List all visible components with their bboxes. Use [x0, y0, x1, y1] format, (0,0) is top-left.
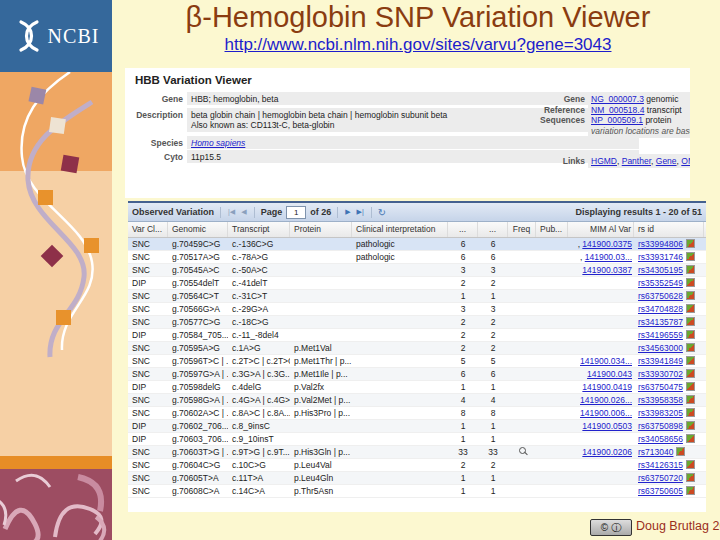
link-omim[interactable]: OMIM — [681, 156, 690, 166]
cell-rs[interactable]: rs33930702 — [634, 368, 704, 380]
table-row[interactable]: SNCg.70566G>Ac.-29G>A33rs34704828 — [128, 303, 706, 316]
page-input[interactable]: 1 — [286, 206, 306, 219]
table-row[interactable]: SNCg.70608C>Ac.14C>Ap.Thr5Asn11rs6375060… — [128, 485, 706, 498]
table-row[interactable]: SNCg.70564C>Tc.-31C>T11rs63750628 — [128, 290, 706, 303]
column-header[interactable]: Genomic — [168, 222, 228, 237]
transcript-accession-link[interactable]: NM_000518.4 — [591, 105, 644, 115]
cell-rs[interactable]: rs63750898 — [634, 420, 704, 432]
table-row[interactable]: SNCg.70605T>Ac.11T>Ap.Leu4Gln11rs6375072… — [128, 472, 706, 485]
cell-rs[interactable]: rs34135787 — [634, 316, 704, 328]
linkout-icon[interactable] — [686, 317, 695, 326]
table-row[interactable]: SNCg.70603T>G | ...c.9T>G | c.9T...p.His… — [128, 446, 706, 459]
cell-rs[interactable]: rs35352549 — [634, 277, 704, 289]
page-url-link[interactable]: http://www.ncbi.nlm.nih.gov/sites/varvu?… — [118, 34, 718, 56]
linkout-icon[interactable] — [686, 473, 695, 482]
cell-mim[interactable]: 141900.006... — [568, 407, 634, 419]
protein-accession-link[interactable]: NP_000509.1 — [591, 115, 643, 125]
linkout-icon[interactable] — [686, 304, 695, 313]
linkout-icon[interactable] — [676, 447, 685, 456]
linkout-icon[interactable] — [686, 252, 695, 261]
table-row[interactable]: SNCg.70595A>Gc.1A>Gp.Met1Val22rs34563000 — [128, 342, 706, 355]
cell-mim[interactable]: 141900.043 — [568, 368, 634, 380]
first-page-icon[interactable]: |◀ — [227, 208, 236, 216]
column-header[interactable]: rs id — [634, 222, 704, 237]
cell-rs[interactable]: rs34563000 — [634, 342, 704, 354]
linkout-icon[interactable] — [686, 343, 695, 352]
cell-rs[interactable]: rs33958358 — [634, 394, 704, 406]
column-header[interactable]: Freq — [508, 222, 536, 237]
cell-mim[interactable]: , 141900.0375 — [568, 238, 634, 250]
linkout-icon[interactable] — [686, 369, 695, 378]
genomic-accession-link[interactable]: NG_000007.3 — [591, 94, 644, 104]
table-row[interactable]: DIPg.70602_706...c.8_9insC11141900.0503r… — [128, 420, 706, 433]
cell-rs[interactable]: rs63750628 — [634, 290, 704, 302]
cell-rs[interactable]: rs34126315 — [634, 459, 704, 471]
linkout-icon[interactable] — [686, 434, 695, 443]
cell-rs[interactable]: rs33941849 — [634, 355, 704, 367]
table-row[interactable]: SNCg.70596T>C | ...c.2T>C | c.2T>Gp.Met1… — [128, 355, 706, 368]
linkout-icon[interactable] — [686, 408, 695, 417]
table-row[interactable]: DIPg.70603_706...c.9_10insT11rs34058656 — [128, 433, 706, 446]
refresh-icon[interactable]: ↻ — [378, 207, 386, 218]
cell-rs[interactable]: rs34305195 — [634, 264, 704, 276]
link-hgmd[interactable]: HGMD — [591, 156, 617, 166]
link-panther[interactable]: Panther — [622, 156, 651, 166]
magnifier-icon[interactable] — [519, 447, 526, 454]
cell-rs[interactable]: rs33983205 — [634, 407, 704, 419]
cell-rs[interactable]: rs34704828 — [634, 303, 704, 315]
prev-page-icon[interactable]: ◀ — [240, 208, 247, 216]
cell-rs[interactable]: rs63750605 — [634, 485, 704, 497]
table-row[interactable]: SNCg.70597G>A | ...c.3G>A | c.3G...p.Met… — [128, 368, 706, 381]
linkout-icon[interactable] — [686, 486, 695, 495]
table-row[interactable]: DIPg.70554delTc.-41delT22rs35352549 — [128, 277, 706, 290]
cell-rs[interactable]: rs713040 — [634, 446, 704, 458]
cell-mim[interactable]: 141900.026... — [568, 394, 634, 406]
cell-rs[interactable]: rs63750475 — [634, 381, 704, 393]
cell-rs[interactable]: rs34058656 — [634, 433, 704, 445]
table-row[interactable]: SNCg.70604C>Gc.10C>Gp.Leu4Val22rs3412631… — [128, 459, 706, 472]
cell-clin — [352, 355, 448, 367]
species-link[interactable]: Homo sapiens — [191, 138, 245, 148]
table-row[interactable]: SNCg.70577C>Gc.-18C>G22rs34135787 — [128, 316, 706, 329]
linkout-icon[interactable] — [686, 291, 695, 300]
table-row[interactable]: SNCg.70459C>Gc.-136C>Gpathologic66, 1419… — [128, 238, 706, 251]
linkout-icon[interactable] — [686, 239, 695, 248]
linkout-icon[interactable] — [686, 278, 695, 287]
gene-label: Gene — [125, 94, 183, 104]
table-row[interactable]: SNCg.70602A>C | ...c.8A>C | c.8A...p.His… — [128, 407, 706, 420]
last-page-icon[interactable]: ▶| — [356, 208, 365, 216]
cell-mim[interactable]: 141900.0387 — [568, 264, 634, 276]
linkout-icon[interactable] — [686, 460, 695, 469]
linkout-icon[interactable] — [686, 265, 695, 274]
linkout-icon[interactable] — [686, 421, 695, 430]
cell-mim[interactable]: 141900.0206 — [568, 446, 634, 458]
linkout-icon[interactable] — [686, 356, 695, 365]
column-header[interactable]: ... — [478, 222, 508, 237]
cell-mim[interactable]: 141900.0503 — [568, 420, 634, 432]
linkout-icon[interactable] — [686, 395, 695, 404]
column-header[interactable]: Var Cl... — [128, 222, 168, 237]
link-gene[interactable]: Gene — [656, 156, 677, 166]
table-row[interactable]: SNCg.70598G>A | ...c.4G>A | c.4G>Tp.Val2… — [128, 394, 706, 407]
table-row[interactable]: DIPg.70584_705...c.-11_-8del422rs3419655… — [128, 329, 706, 342]
linkout-icon[interactable] — [686, 330, 695, 339]
column-header[interactable]: MIM Al Var — [568, 222, 634, 237]
cell-mim[interactable]: 141900.034... — [568, 355, 634, 367]
cell-mim[interactable]: 141900.0419 — [568, 381, 634, 393]
cc-license-badge[interactable]: © ⓘ — [590, 519, 632, 536]
column-header[interactable]: ... — [448, 222, 478, 237]
cell-mim[interactable]: , 141900.03... — [568, 251, 634, 263]
column-header[interactable]: Transcript — [228, 222, 290, 237]
cell-rs[interactable]: rs63750720 — [634, 472, 704, 484]
table-row[interactable]: SNCg.70517A>Gc.-78A>Gpathologic66, 14190… — [128, 251, 706, 264]
table-row[interactable]: SNCg.70545A>Cc.-50A>C33141900.0387rs3430… — [128, 264, 706, 277]
column-header[interactable]: Protein — [290, 222, 352, 237]
next-page-icon[interactable]: ▶ — [344, 208, 351, 216]
column-header[interactable]: Clinical interpretation — [352, 222, 448, 237]
cell-rs[interactable]: rs33931746 — [634, 251, 704, 263]
linkout-icon[interactable] — [686, 382, 695, 391]
cell-rs[interactable]: rs33994806 — [634, 238, 704, 250]
cell-rs[interactable]: rs34196559 — [634, 329, 704, 341]
table-row[interactable]: DIPg.70598delGc.4delGp.Val2fx11141900.04… — [128, 381, 706, 394]
column-header[interactable]: Pub... — [536, 222, 568, 237]
